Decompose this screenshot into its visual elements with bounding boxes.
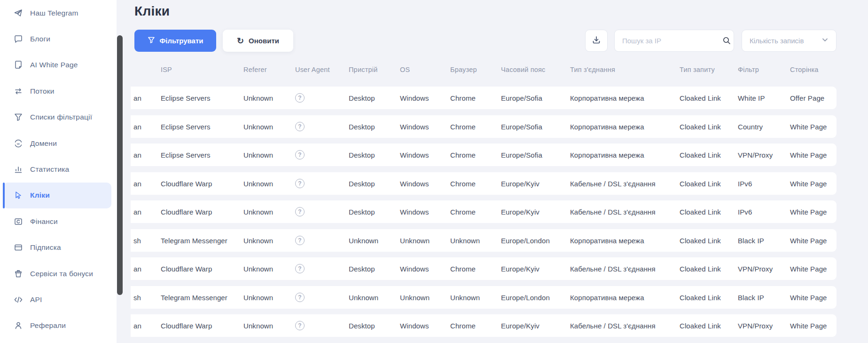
cell-user-agent: ? [295,179,305,188]
refresh-icon: ↻ [237,37,244,45]
cell-isp: Eclipse Servers [161,94,211,102]
cell-ip: an [133,208,141,216]
cell-user-agent: ? [295,264,305,273]
cell-isp: Eclipse Servers [161,122,211,130]
sidebar-item-blog[interactable]: Блоги [3,26,111,52]
sidebar-item-label: Потоки [30,87,55,96]
cell-connection-type: Корпоративна мережа [570,122,644,130]
sidebar-item-label: AI White Page [30,61,78,69]
cell-connection-type: Корпоративна мережа [570,151,644,159]
cell-os: Windows [400,208,429,216]
services-icon [13,269,23,279]
download-button[interactable] [585,30,608,52]
cell-device: Desktop [349,122,375,130]
cell-referer: Unknown [243,322,273,330]
cell-request-type: Cloaked Link [680,293,721,301]
sidebar-item-label: Наш Telegram [30,9,78,17]
user-agent-help-icon[interactable]: ? [295,179,305,188]
cell-referer: Unknown [243,293,273,301]
table-row: anEclipse ServersUnknown?DesktopWindowsC… [131,144,837,166]
cell-page: Offer Page [790,94,824,102]
cell-page: White Page [790,151,827,159]
cell-browser: Chrome [450,122,476,130]
cell-device: Desktop [349,179,375,187]
sidebar-item-clicks[interactable]: Кліки [3,183,111,208]
refresh-button[interactable]: ↻ Оновити [223,30,293,52]
cell-ip: sh [133,293,141,301]
sidebar-item-subscription[interactable]: Підписка [3,235,111,261]
cell-browser: Chrome [450,265,476,273]
sidebar-item-label: Підписка [30,243,61,252]
cell-timezone: Europe/Kyiv [501,265,540,273]
search-field [614,30,734,52]
api-icon [13,295,23,305]
column-header-connection-type: Тип з'єднання [570,66,615,73]
sidebar-item-whitepage[interactable]: AI White Page [3,52,111,78]
cell-referer: Unknown [243,94,273,102]
cell-user-agent: ? [295,207,305,216]
sidebar-item-label: API [30,295,42,304]
cell-page: White Page [790,122,827,130]
chevron-down-icon [821,36,829,45]
user-agent-help-icon[interactable]: ? [295,207,305,216]
sidebar-item-referrals[interactable]: Реферали [3,313,111,339]
cell-connection-type: Кабельне / DSL з'єднання [570,208,656,216]
user-agent-help-icon[interactable]: ? [295,264,305,273]
cell-browser: Unknown [450,236,480,244]
sidebar-item-telegram[interactable]: Наш Telegram [3,0,111,26]
user-agent-help-icon[interactable]: ? [295,236,305,245]
filter-button[interactable]: Фільтрувати [134,30,216,52]
sidebar-item-domains[interactable]: wДомени [3,130,111,156]
column-header-isp: ISP [161,66,172,73]
funnel-icon [148,36,155,45]
cell-referer: Unknown [243,208,273,216]
vertical-scrollbar[interactable] [117,35,123,295]
sidebar-item-services[interactable]: Сервіси та бонуси [3,261,111,287]
cell-referer: Unknown [243,179,273,187]
cell-os: Windows [400,94,429,102]
user-agent-help-icon[interactable]: ? [295,122,305,131]
cell-isp: Cloudflare Warp [161,208,212,216]
cell-filter: IPv6 [738,208,752,216]
download-icon [592,35,601,47]
search-icon[interactable] [719,36,734,45]
cell-user-agent: ? [295,122,305,131]
user-agent-help-icon[interactable]: ? [295,293,305,302]
cell-connection-type: Кабельне / DSL з'єднання [570,322,656,330]
user-agent-help-icon[interactable]: ? [295,321,305,330]
sidebar-item-filterlist[interactable]: Списки фільтрації [3,104,111,130]
sidebar-item-label: Реферали [30,321,66,330]
table-row: anCloudflare WarpUnknown?DesktopWindowsC… [131,314,837,337]
sidebar-item-label: Блоги [30,35,50,43]
cell-os: Unknown [400,236,430,244]
column-header-request-type: Тип запиту [680,66,715,73]
refresh-button-label: Оновити [249,37,279,45]
cell-filter: Black IP [738,236,764,244]
user-agent-help-icon[interactable]: ? [295,93,305,103]
cell-ip: an [133,122,141,130]
cell-connection-type: Кабельне / DSL з'єднання [570,179,656,187]
sidebar-item-stats[interactable]: Статистика [3,156,111,182]
cell-request-type: Cloaked Link [680,236,721,244]
column-header-browser: Браузер [450,66,477,73]
sidebar-item-api[interactable]: API [3,287,111,312]
flows-icon [13,86,23,96]
records-count-dropdown[interactable]: Кількість записів [742,30,837,52]
user-agent-help-icon[interactable]: ? [295,150,305,160]
cell-request-type: Cloaked Link [680,208,721,216]
cell-page: White Page [790,236,827,244]
search-input[interactable] [615,30,719,51]
sidebar-item-flows[interactable]: Потоки [3,78,111,104]
column-header-os: OS [400,66,410,73]
svg-text:w: w [16,142,20,146]
cell-browser: Chrome [450,94,476,102]
table-row: anCloudflare WarpUnknown?DesktopWindowsC… [131,200,837,223]
column-header-filter: Фільтр [738,66,759,73]
cell-isp: Eclipse Servers [161,151,211,159]
cell-browser: Chrome [450,179,476,187]
sidebar-item-finance[interactable]: Фінанси [3,208,111,234]
cell-referer: Unknown [243,236,273,244]
domains-icon: w [13,138,23,149]
sidebar-item-label: Статистика [30,165,69,174]
cell-ip: sh [133,236,141,244]
